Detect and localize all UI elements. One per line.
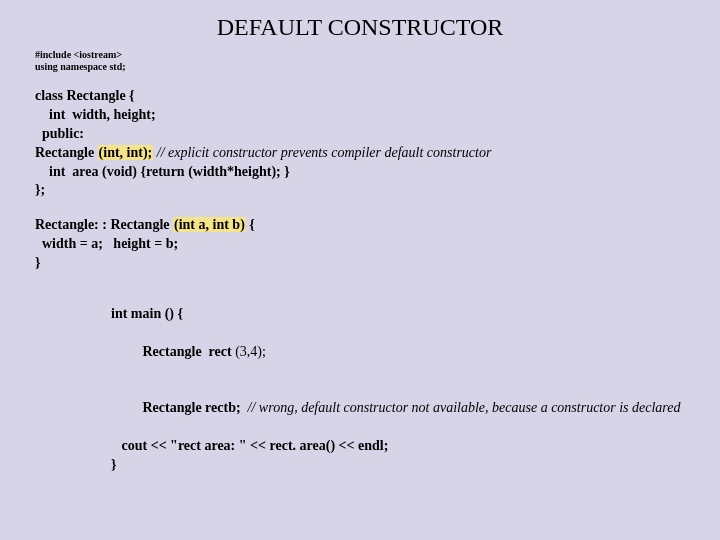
code-line: Rectangle rect (3,4);: [111, 324, 685, 381]
code-line: }: [111, 456, 685, 475]
rectb-decl: Rectangle rectb;: [132, 400, 241, 415]
code-line: Rectangle: : Rectangle (int a, int b) {: [35, 216, 685, 235]
class-definition: class Rectangle { int width, height; pub…: [35, 87, 685, 200]
code-comment: // wrong, default constructor not availa…: [241, 400, 681, 415]
brace: {: [246, 217, 255, 232]
code-line: int main () {: [111, 305, 685, 324]
code-line: Rectangle (int, int); // explicit constr…: [35, 144, 685, 163]
rect-args: (3,4);: [235, 344, 266, 359]
rect-decl: Rectangle rect: [132, 344, 235, 359]
code-line: int width, height;: [35, 106, 685, 125]
preamble-line-1: #include <iostream>: [35, 49, 685, 61]
code-comment: // explicit constructor prevents compile…: [153, 145, 491, 160]
code-line: Rectangle rectb; // wrong, default const…: [111, 381, 685, 438]
code-line: int area (void) {return (width*height); …: [35, 163, 685, 182]
constructor-def-name: Rectangle: : Rectangle: [35, 217, 173, 232]
slide-title: DEFAULT CONSTRUCTOR: [35, 14, 685, 41]
code-line: class Rectangle {: [35, 87, 685, 106]
preamble: #include <iostream> using namespace std;: [35, 49, 685, 73]
code-line: };: [35, 181, 685, 200]
slide-content: DEFAULT CONSTRUCTOR #include <iostream> …: [0, 0, 720, 485]
code-line: cout << "rect area: " << rect. area() <<…: [111, 437, 685, 456]
constructor-params-highlight: (int, int);: [98, 145, 154, 160]
main-function: int main () { Rectangle rect (3,4); Rect…: [111, 305, 685, 475]
preamble-line-2: using namespace std;: [35, 61, 685, 73]
constructor-decl-name: Rectangle: [35, 145, 98, 160]
constructor-definition: Rectangle: : Rectangle (int a, int b) { …: [35, 216, 685, 273]
code-line: public:: [35, 125, 685, 144]
code-line: width = a; height = b;: [35, 235, 685, 254]
code-line: }: [35, 254, 685, 273]
constructor-params-highlight: (int a, int b): [173, 217, 246, 232]
